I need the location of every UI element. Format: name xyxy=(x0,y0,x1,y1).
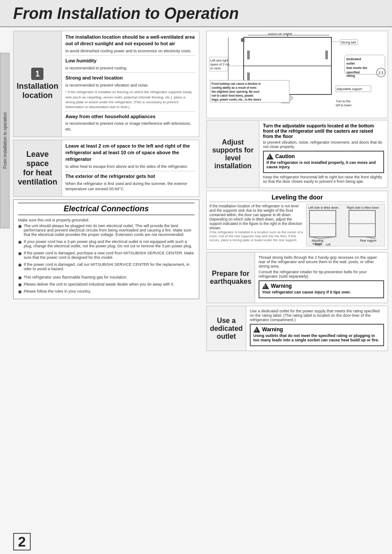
svg-text:Left side is tilted down.: Left side is tilted down. xyxy=(308,206,339,209)
svg-text:Rear support: Rear support xyxy=(360,239,377,243)
prepare-warning-text: Your refrigerator can cause injury if it… xyxy=(262,290,381,294)
divider3 xyxy=(65,111,195,112)
electrical-bullet2: ◉ If your power cord has a 3-pin power p… xyxy=(18,239,194,250)
leveling-content: If the installation location of the refr… xyxy=(209,204,385,246)
installation-location-section: 1 Installationlocation The installation … xyxy=(13,31,199,137)
svg-text:or more: or more xyxy=(210,67,221,70)
bullet-icon-4: ◉ xyxy=(18,262,22,272)
electrical-bullet6-text: Please deliver the unit to specialized i… xyxy=(24,282,174,286)
page: From installation to operation From Inst… xyxy=(0,0,392,554)
svg-rect-3 xyxy=(325,51,328,59)
outlet-label-text: Use adedicatedoutlet xyxy=(210,317,243,340)
fridge-diagram: 10cm or more Strong belt Left and right … xyxy=(206,31,388,118)
svg-text:specified: specified xyxy=(346,71,360,74)
prepare-warning-header-text: Warning xyxy=(271,283,292,289)
electrical-bullet4: ◉ If the power cord is damaged, call our… xyxy=(18,262,194,272)
bullet-icon-6: ◉ xyxy=(18,282,22,288)
prepare-text2: Consult the refrigerator retailer for ti… xyxy=(259,270,384,279)
adjust-supports-content: Turn the adjustable supports located at … xyxy=(259,120,388,188)
svg-text:not to catch food items, plast: not to catch food items, plastic xyxy=(212,94,254,98)
leave-space-content: Leave at least 2 cm of space to the left… xyxy=(62,140,199,196)
electrical-text1: Make sure this unit is properly grounded… xyxy=(18,218,194,222)
electrical-bullet2-text: If your power cord has a 3-pin power plu… xyxy=(24,239,194,248)
content-area: 1 Installationlocation The installation … xyxy=(10,27,392,354)
svg-text:Turn to the: Turn to the xyxy=(336,100,351,103)
divider4 xyxy=(65,171,195,171)
svg-text:bags, power cords, etc., in th: bags, power cords, etc., in the doors xyxy=(212,98,261,101)
install-heading3: Strong and level location xyxy=(65,75,195,81)
outlet-content: Use a dedicated outlet for the power sup… xyxy=(246,306,388,351)
svg-rect-4 xyxy=(247,72,250,80)
leave-space-label-text: Leave spacefor heatventilation xyxy=(16,150,59,187)
side-tab-text: From installation to operation xyxy=(3,112,7,169)
adjust-note: Keep the refrigerator horizontal left to… xyxy=(263,175,384,184)
svg-text:Dedicated: Dedicated xyxy=(346,58,361,61)
install-heading1: The installation location should be a we… xyxy=(65,34,195,47)
caution-text: If the refrigerator is not installed pro… xyxy=(266,160,381,169)
leave-space-label: Leave spacefor heatventilation xyxy=(14,140,62,196)
electrical-bullet3-text: If the power cord is damaged, purchase a… xyxy=(24,251,194,260)
svg-text:Left and right: Left and right xyxy=(210,59,228,62)
bullet-icon-5: ◉ xyxy=(18,275,22,281)
install-text3: is recommended to prevent vibration and … xyxy=(65,83,195,88)
page-number: 2 xyxy=(13,533,31,550)
outlet-warning-triangle-icon xyxy=(253,326,260,333)
electrical-title: Electrical Connections xyxy=(18,203,194,215)
adjust-text1: to prevent vibration, noise, refrigerato… xyxy=(263,140,384,149)
svg-text:cooling ability as a result of: cooling ability as a result of even xyxy=(212,86,256,90)
prepare-earthquakes-section: Prepare forearthquakes Thread strong bel… xyxy=(206,252,388,303)
install-heading2: Low humidity xyxy=(65,58,195,64)
caution-box: Caution If the refrigerator is not insta… xyxy=(263,151,384,173)
leveling-title: Leveling the door xyxy=(209,194,385,202)
electrical-section: Electrical Connections Make sure this un… xyxy=(13,199,199,299)
caution-header: Caution xyxy=(266,153,381,159)
leveling-text-area: If the installation location of the refr… xyxy=(209,204,303,246)
prepare-warning-box: Warning Your refrigerator can cause inju… xyxy=(259,280,384,298)
install-text2: is recommended to prevent rusting. xyxy=(65,65,195,71)
electrical-bullet5: ◉ This refrigerator uses flammable foami… xyxy=(18,275,194,281)
svg-text:rating: rating xyxy=(346,74,355,78)
leave-heading2: The exterior of the refrigerator gets ho… xyxy=(65,173,195,180)
outlet-label: Use adedicatedoutlet xyxy=(207,306,246,351)
svg-text:Left: Left xyxy=(326,243,331,246)
bullet-icon-1: ◉ xyxy=(18,224,22,238)
leave-text2: When the refrigerator is first used and … xyxy=(65,181,195,192)
fridge-diagram-svg: 10cm or more Strong belt Left and right … xyxy=(209,33,388,114)
electrical-bullet1-text: The unit should always be plugged into i… xyxy=(24,224,194,237)
main-title-bar: From Installation to Operation xyxy=(0,0,392,27)
install-text4: is recommended to prevent noise or image… xyxy=(65,121,195,132)
install-text1: to avoid diminished cooling power and to… xyxy=(65,48,195,54)
leveling-note: If the refrigerator is installed in a lo… xyxy=(209,230,303,242)
svg-text:the slightest door opening. Be: the slightest door opening. Be sure xyxy=(212,90,259,94)
bullet-icon-3: ◉ xyxy=(18,251,22,261)
electrical-bullet7: ◉ Please follow the rules in your countr… xyxy=(18,289,194,295)
right-column: 10cm or more Strong belt Left and right … xyxy=(203,31,392,354)
strong-belt-label: Strong belt xyxy=(341,41,356,44)
electrical-bullet5-text: This refrigerator uses flammable foaming… xyxy=(24,275,128,279)
svg-text:Frost buildup can cause a decl: Frost buildup can cause a decline in xyxy=(212,82,261,86)
prepare-warning-triangle-icon xyxy=(262,283,269,289)
electrical-bottom-notes: ◉ This refrigerator uses flammable foami… xyxy=(18,275,194,295)
leave-text1: to allow heat to escape from above and t… xyxy=(65,164,195,170)
electrical-bullet1: ◉ The unit should always be plugged into… xyxy=(18,224,194,238)
svg-text:outlet: outlet xyxy=(346,62,355,65)
leave-space-section: Leave spacefor heatventilation Leave at … xyxy=(13,140,199,197)
leveling-diagram-area: Left side is tilted down. Right side is … xyxy=(306,204,385,246)
leveling-diagram-svg: Left side is tilted down. Right side is … xyxy=(307,204,384,246)
install-heading4: Away from other household appliances xyxy=(65,113,195,120)
adjust-label-text: Adjust supports for level installation xyxy=(209,138,256,170)
svg-text:Right: Right xyxy=(315,243,322,246)
adjust-supports-label: Adjust supports for level installation xyxy=(207,120,259,188)
svg-rect-2 xyxy=(247,51,250,59)
svg-text:Adjustable support: Adjustable support xyxy=(337,87,362,91)
bullet-icon-7: ◉ xyxy=(18,289,22,295)
leveling-door-section: Leveling the door If the installation lo… xyxy=(206,191,388,250)
prepare-warning-header: Warning xyxy=(262,283,381,289)
prepare-content: Thread strong belts through the 2 handy-… xyxy=(255,253,388,303)
outlet-warning-header: Warning xyxy=(253,326,381,333)
svg-text:left to lower.: left to lower. xyxy=(336,104,352,107)
divider1 xyxy=(65,55,195,56)
outlet-warning-text: Using outlets that do not meet the speci… xyxy=(253,333,381,342)
outlet-warning-header-text: Warning xyxy=(262,326,283,333)
electrical-bullet3: ◉ If the power cord is damaged, purchase… xyxy=(18,251,194,261)
